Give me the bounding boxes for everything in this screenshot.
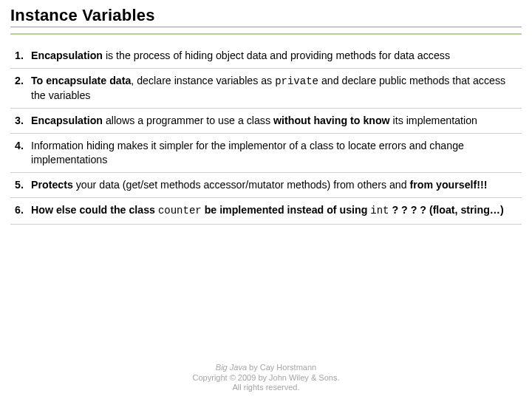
item-text: Encapsulation allows a programmer to use… bbox=[31, 114, 517, 127]
footer: Big Java by Cay Horstmann Copyright © 20… bbox=[0, 363, 532, 393]
item-text: Information hiding makes it simpler for … bbox=[31, 139, 517, 166]
footer-line-1: Big Java by Cay Horstmann bbox=[0, 363, 532, 373]
book-title: Big Java bbox=[216, 363, 247, 372]
slide: Instance Variables 1. Encapsulation is t… bbox=[0, 0, 532, 399]
list-item: 2. To encapsulate data, declare instance… bbox=[10, 69, 522, 108]
item-text: To encapsulate data, declare instance va… bbox=[31, 74, 517, 102]
item-text: How else could the class counter be impl… bbox=[31, 203, 517, 218]
list-item: 6. How else could the class counter be i… bbox=[10, 198, 522, 224]
list-item: 1. Encapsulation is the process of hidin… bbox=[10, 44, 522, 68]
footer-rights: All rights reserved. bbox=[0, 383, 532, 393]
list-item: 4. Information hiding makes it simpler f… bbox=[10, 134, 522, 171]
item-number: 5. bbox=[15, 178, 31, 191]
byline: by Cay Horstmann bbox=[247, 363, 316, 372]
accent-rule bbox=[10, 33, 522, 35]
item-number: 3. bbox=[15, 114, 31, 127]
item-number: 6. bbox=[15, 203, 31, 216]
item-text: Protects your data (get/set methods acce… bbox=[31, 178, 517, 191]
item-number: 4. bbox=[15, 139, 31, 152]
item-separator bbox=[10, 224, 522, 225]
numbered-list: 1. Encapsulation is the process of hidin… bbox=[10, 44, 522, 225]
item-text: Encapsulation is the process of hiding o… bbox=[31, 49, 517, 62]
item-number: 2. bbox=[15, 74, 31, 87]
page-title: Instance Variables bbox=[10, 6, 522, 25]
title-underline bbox=[10, 27, 522, 27]
footer-copyright: Copyright © 2009 by John Wiley & Sons. bbox=[0, 373, 532, 383]
list-item: 3. Encapsulation allows a programmer to … bbox=[10, 109, 522, 133]
item-number: 1. bbox=[15, 49, 31, 62]
list-item: 5. Protects your data (get/set methods a… bbox=[10, 173, 522, 197]
